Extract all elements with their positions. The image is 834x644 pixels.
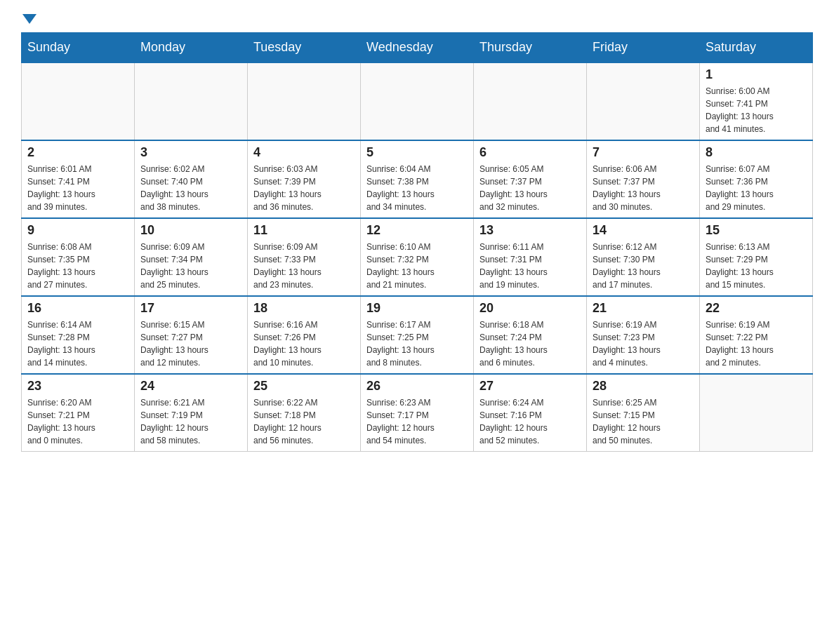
cell-content: 18Sunrise: 6:16 AM Sunset: 7:26 PM Dayli…: [253, 301, 355, 369]
cell-content: 19Sunrise: 6:17 AM Sunset: 7:25 PM Dayli…: [366, 301, 468, 369]
calendar-cell: 19Sunrise: 6:17 AM Sunset: 7:25 PM Dayli…: [361, 296, 474, 374]
day-number: 8: [706, 145, 807, 160]
cell-content: 28Sunrise: 6:25 AM Sunset: 7:15 PM Dayli…: [593, 379, 694, 447]
cell-content: 20Sunrise: 6:18 AM Sunset: 7:24 PM Dayli…: [479, 301, 581, 369]
day-info: Sunrise: 6:07 AM Sunset: 7:36 PM Dayligh…: [706, 163, 807, 213]
calendar-cell: 1Sunrise: 6:00 AM Sunset: 7:41 PM Daylig…: [700, 62, 813, 140]
day-info: Sunrise: 6:25 AM Sunset: 7:15 PM Dayligh…: [593, 396, 694, 447]
calendar-week-row: 16Sunrise: 6:14 AM Sunset: 7:28 PM Dayli…: [22, 296, 813, 374]
calendar-cell: 25Sunrise: 6:22 AM Sunset: 7:18 PM Dayli…: [248, 374, 361, 452]
calendar-cell: 3Sunrise: 6:02 AM Sunset: 7:40 PM Daylig…: [135, 140, 248, 218]
calendar-cell: 27Sunrise: 6:24 AM Sunset: 7:16 PM Dayli…: [474, 374, 587, 452]
day-info: Sunrise: 6:19 AM Sunset: 7:22 PM Dayligh…: [706, 318, 807, 369]
day-number: 16: [27, 301, 128, 316]
day-info: Sunrise: 6:09 AM Sunset: 7:33 PM Dayligh…: [253, 241, 355, 291]
day-number: 5: [366, 145, 468, 160]
calendar-cell: 26Sunrise: 6:23 AM Sunset: 7:17 PM Dayli…: [361, 374, 474, 452]
day-number: 2: [27, 145, 128, 160]
cell-content: 23Sunrise: 6:20 AM Sunset: 7:21 PM Dayli…: [27, 379, 128, 447]
day-info: Sunrise: 6:19 AM Sunset: 7:23 PM Dayligh…: [593, 318, 694, 369]
cell-content: 17Sunrise: 6:15 AM Sunset: 7:27 PM Dayli…: [140, 301, 241, 369]
calendar-header-friday: Friday: [587, 33, 700, 63]
day-number: 11: [253, 223, 355, 238]
calendar-header-row: SundayMondayTuesdayWednesdayThursdayFrid…: [22, 33, 813, 63]
cell-content: 24Sunrise: 6:21 AM Sunset: 7:19 PM Dayli…: [140, 379, 241, 447]
day-number: 24: [140, 379, 241, 394]
day-number: 9: [27, 223, 128, 238]
day-number: 21: [593, 301, 694, 316]
cell-content: 25Sunrise: 6:22 AM Sunset: 7:18 PM Dayli…: [253, 379, 355, 447]
calendar-cell: 2Sunrise: 6:01 AM Sunset: 7:41 PM Daylig…: [22, 140, 135, 218]
day-number: 22: [706, 301, 807, 316]
calendar-cell: [474, 62, 587, 140]
day-info: Sunrise: 6:20 AM Sunset: 7:21 PM Dayligh…: [27, 396, 128, 447]
cell-content: 21Sunrise: 6:19 AM Sunset: 7:23 PM Dayli…: [593, 301, 694, 369]
calendar-cell: [361, 62, 474, 140]
calendar-cell: 6Sunrise: 6:05 AM Sunset: 7:37 PM Daylig…: [474, 140, 587, 218]
day-info: Sunrise: 6:06 AM Sunset: 7:37 PM Dayligh…: [593, 163, 694, 213]
calendar-cell: 20Sunrise: 6:18 AM Sunset: 7:24 PM Dayli…: [474, 296, 587, 374]
day-info: Sunrise: 6:02 AM Sunset: 7:40 PM Dayligh…: [140, 163, 241, 213]
day-info: Sunrise: 6:18 AM Sunset: 7:24 PM Dayligh…: [479, 318, 581, 369]
day-number: 14: [593, 223, 694, 238]
cell-content: 5Sunrise: 6:04 AM Sunset: 7:38 PM Daylig…: [366, 145, 468, 213]
day-info: Sunrise: 6:09 AM Sunset: 7:34 PM Dayligh…: [140, 241, 241, 291]
calendar-header-sunday: Sunday: [22, 33, 135, 63]
day-number: 28: [593, 379, 694, 394]
day-number: 4: [253, 145, 355, 160]
day-number: 18: [253, 301, 355, 316]
calendar-week-row: 2Sunrise: 6:01 AM Sunset: 7:41 PM Daylig…: [22, 140, 813, 218]
calendar-header-monday: Monday: [135, 33, 248, 63]
page-header: [21, 14, 813, 25]
day-number: 25: [253, 379, 355, 394]
day-info: Sunrise: 6:10 AM Sunset: 7:32 PM Dayligh…: [366, 241, 468, 291]
calendar-cell: 11Sunrise: 6:09 AM Sunset: 7:33 PM Dayli…: [248, 218, 361, 296]
cell-content: 10Sunrise: 6:09 AM Sunset: 7:34 PM Dayli…: [140, 223, 241, 291]
day-info: Sunrise: 6:14 AM Sunset: 7:28 PM Dayligh…: [27, 318, 128, 369]
calendar-header-thursday: Thursday: [474, 33, 587, 63]
day-info: Sunrise: 6:00 AM Sunset: 7:41 PM Dayligh…: [706, 85, 807, 135]
calendar-header-tuesday: Tuesday: [248, 33, 361, 63]
calendar-table: SundayMondayTuesdayWednesdayThursdayFrid…: [21, 32, 813, 452]
calendar-header-wednesday: Wednesday: [361, 33, 474, 63]
calendar-week-row: 9Sunrise: 6:08 AM Sunset: 7:35 PM Daylig…: [22, 218, 813, 296]
day-info: Sunrise: 6:05 AM Sunset: 7:37 PM Dayligh…: [479, 163, 581, 213]
day-info: Sunrise: 6:23 AM Sunset: 7:17 PM Dayligh…: [366, 396, 468, 447]
cell-content: 6Sunrise: 6:05 AM Sunset: 7:37 PM Daylig…: [479, 145, 581, 213]
day-info: Sunrise: 6:11 AM Sunset: 7:31 PM Dayligh…: [479, 241, 581, 291]
day-info: Sunrise: 6:24 AM Sunset: 7:16 PM Dayligh…: [479, 396, 581, 447]
day-number: 15: [706, 223, 807, 238]
calendar-week-row: 23Sunrise: 6:20 AM Sunset: 7:21 PM Dayli…: [22, 374, 813, 452]
day-info: Sunrise: 6:21 AM Sunset: 7:19 PM Dayligh…: [140, 396, 241, 447]
logo-general: [21, 14, 37, 25]
day-number: 13: [479, 223, 581, 238]
day-number: 26: [366, 379, 468, 394]
cell-content: 11Sunrise: 6:09 AM Sunset: 7:33 PM Dayli…: [253, 223, 355, 291]
cell-content: 4Sunrise: 6:03 AM Sunset: 7:39 PM Daylig…: [253, 145, 355, 213]
logo: [21, 14, 37, 25]
day-info: Sunrise: 6:01 AM Sunset: 7:41 PM Dayligh…: [27, 163, 128, 213]
day-info: Sunrise: 6:12 AM Sunset: 7:30 PM Dayligh…: [593, 241, 694, 291]
day-number: 7: [593, 145, 694, 160]
calendar-cell: 22Sunrise: 6:19 AM Sunset: 7:22 PM Dayli…: [700, 296, 813, 374]
day-info: Sunrise: 6:15 AM Sunset: 7:27 PM Dayligh…: [140, 318, 241, 369]
cell-content: 1Sunrise: 6:00 AM Sunset: 7:41 PM Daylig…: [706, 67, 807, 135]
cell-content: 26Sunrise: 6:23 AM Sunset: 7:17 PM Dayli…: [366, 379, 468, 447]
day-number: 23: [27, 379, 128, 394]
cell-content: 7Sunrise: 6:06 AM Sunset: 7:37 PM Daylig…: [593, 145, 694, 213]
day-number: 1: [706, 67, 807, 82]
day-number: 3: [140, 145, 241, 160]
calendar-cell: 9Sunrise: 6:08 AM Sunset: 7:35 PM Daylig…: [22, 218, 135, 296]
day-info: Sunrise: 6:16 AM Sunset: 7:26 PM Dayligh…: [253, 318, 355, 369]
day-info: Sunrise: 6:03 AM Sunset: 7:39 PM Dayligh…: [253, 163, 355, 213]
calendar-cell: 18Sunrise: 6:16 AM Sunset: 7:26 PM Dayli…: [248, 296, 361, 374]
calendar-cell: 5Sunrise: 6:04 AM Sunset: 7:38 PM Daylig…: [361, 140, 474, 218]
cell-content: 27Sunrise: 6:24 AM Sunset: 7:16 PM Dayli…: [479, 379, 581, 447]
calendar-header-saturday: Saturday: [700, 33, 813, 63]
calendar-cell: 15Sunrise: 6:13 AM Sunset: 7:29 PM Dayli…: [700, 218, 813, 296]
day-info: Sunrise: 6:13 AM Sunset: 7:29 PM Dayligh…: [706, 241, 807, 291]
calendar-cell: [587, 62, 700, 140]
cell-content: 13Sunrise: 6:11 AM Sunset: 7:31 PM Dayli…: [479, 223, 581, 291]
calendar-cell: 16Sunrise: 6:14 AM Sunset: 7:28 PM Dayli…: [22, 296, 135, 374]
day-number: 20: [479, 301, 581, 316]
